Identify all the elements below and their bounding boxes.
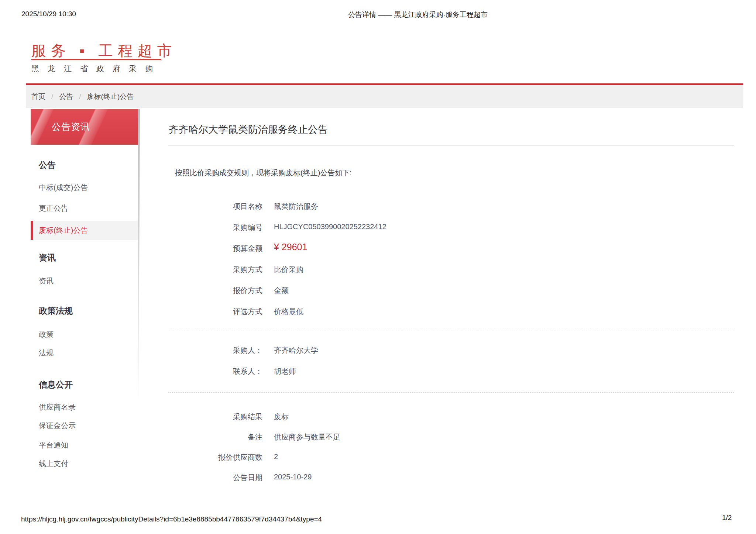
print-datetime: 2025/10/29 10:30 <box>21 10 76 18</box>
info-row-quotation-method: 报价方式 金额 <box>168 286 734 296</box>
sidebar-item-failed-terminated-announcements[interactable]: 废标(终止)公告 <box>39 221 88 240</box>
field-label: 采购结果 <box>168 412 262 422</box>
sidebar-section-information-disclosure: 信息公开 <box>39 379 73 390</box>
field-label: 报价方式 <box>168 286 262 296</box>
field-label: 项目名称 <box>168 201 262 211</box>
announcement-intro-text: 按照比价采购成交规则，现将采购废标(终止)公告如下: <box>175 168 352 178</box>
sidebar-item-deposit-publicity[interactable]: 保证金公示 <box>39 421 76 431</box>
field-value: 价格最低 <box>274 307 303 317</box>
sidebar-item-online-payment[interactable]: 线上支付 <box>39 459 68 469</box>
breadcrumb-separator: / <box>51 93 53 100</box>
result-row-announcement-date: 公告日期 2025-10-29 <box>168 473 734 483</box>
field-value: 废标 <box>274 412 289 422</box>
field-label: 报价供应商数 <box>168 452 262 462</box>
field-label: 预算金额 <box>168 244 262 254</box>
sidebar-section-announcements: 公告 <box>39 159 56 171</box>
party-row-purchaser: 采购人： 齐齐哈尔大学 <box>168 345 734 356</box>
field-label: 公告日期 <box>168 473 262 483</box>
info-row-budget-amount: 预算金额 ¥ 29601 <box>168 244 734 254</box>
field-label: 采购人： <box>168 345 262 355</box>
sidebar-item-platform-notices[interactable]: 平台通知 <box>39 440 68 450</box>
section-dashed-divider <box>168 392 734 393</box>
site-logo[interactable]: 服务 ▪ 工程超市 <box>31 41 176 61</box>
site-logo-subtitle: 黑龙江省政府采购 <box>31 63 161 74</box>
print-document-title: 公告详情 —— 黑龙江政府采购·服务工程超市 <box>348 10 488 20</box>
sidebar-item-news[interactable]: 资讯 <box>39 276 54 286</box>
info-row-procurement-number: 采购编号 HLJGCYC0503990020252232412 <box>168 223 734 233</box>
field-label: 备注 <box>168 432 262 442</box>
info-row-selection-method: 评选方式 价格最低 <box>168 307 734 317</box>
sidebar-header-label: 公告资讯 <box>52 109 90 145</box>
result-row-procurement-result: 采购结果 废标 <box>168 412 734 422</box>
field-label: 联系人： <box>168 366 262 376</box>
sidebar-item-award-announcements[interactable]: 中标(成交)公告 <box>39 183 88 193</box>
field-label: 采购方式 <box>168 265 262 275</box>
info-row-project-name: 项目名称 鼠类防治服务 <box>168 201 734 212</box>
field-value: 2 <box>274 452 278 461</box>
sidebar-item-supplier-directory[interactable]: 供应商名录 <box>39 402 76 412</box>
party-row-contact: 联系人： 胡老师 <box>168 366 734 377</box>
field-value: 比价采购 <box>274 265 303 275</box>
print-source-url: https://hljcg.hlj.gov.cn/fwgccs/publicit… <box>21 515 322 523</box>
field-label: 采购编号 <box>168 223 262 232</box>
section-dashed-divider <box>168 328 734 328</box>
logo-underline <box>31 59 161 60</box>
field-value: HLJGCYC0503990020252232412 <box>274 223 386 231</box>
info-row-procurement-method: 采购方式 比价采购 <box>168 265 734 275</box>
breadcrumb-current: 废标(终止)公告 <box>87 93 134 100</box>
breadcrumb: 首页/公告/废标(终止)公告 <box>26 85 743 108</box>
field-value: 金额 <box>274 286 289 296</box>
field-value: 供应商参与数量不足 <box>274 432 340 442</box>
breadcrumb-separator: / <box>79 93 81 100</box>
sidebar-active-indicator <box>31 221 33 240</box>
field-value: 齐齐哈尔大学 <box>274 345 318 355</box>
result-row-supplier-count: 报价供应商数 2 <box>168 452 734 463</box>
field-value: 2025-10-29 <box>274 473 312 481</box>
page: 2025/10/29 10:30 公告详情 —— 黑龙江政府采购·服务工程超市 … <box>0 0 756 534</box>
sidebar-item-correction-announcements[interactable]: 更正公告 <box>39 203 68 213</box>
sidebar-section-policies-regulations: 政策法规 <box>39 305 73 317</box>
sidebar-header: 公告资讯 <box>31 109 138 145</box>
sidebar-item-regulations[interactable]: 法规 <box>39 348 54 358</box>
print-page-indicator: 1/2 <box>722 514 732 522</box>
sidebar-shadow-divider <box>138 109 140 400</box>
field-value: 鼠类防治服务 <box>274 201 318 211</box>
field-label: 评选方式 <box>168 307 262 317</box>
breadcrumb-announcements-link[interactable]: 公告 <box>59 93 73 100</box>
sidebar-item-policies[interactable]: 政策 <box>39 330 54 340</box>
budget-amount-value: ¥ 29601 <box>274 242 307 252</box>
sidebar-section-news: 资讯 <box>39 252 56 263</box>
result-row-remark: 备注 供应商参与数量不足 <box>168 432 734 442</box>
page-title: 齐齐哈尔大学鼠类防治服务终止公告 <box>168 123 328 136</box>
breadcrumb-home-link[interactable]: 首页 <box>31 93 45 100</box>
title-divider <box>168 145 734 146</box>
field-value: 胡老师 <box>274 366 296 376</box>
